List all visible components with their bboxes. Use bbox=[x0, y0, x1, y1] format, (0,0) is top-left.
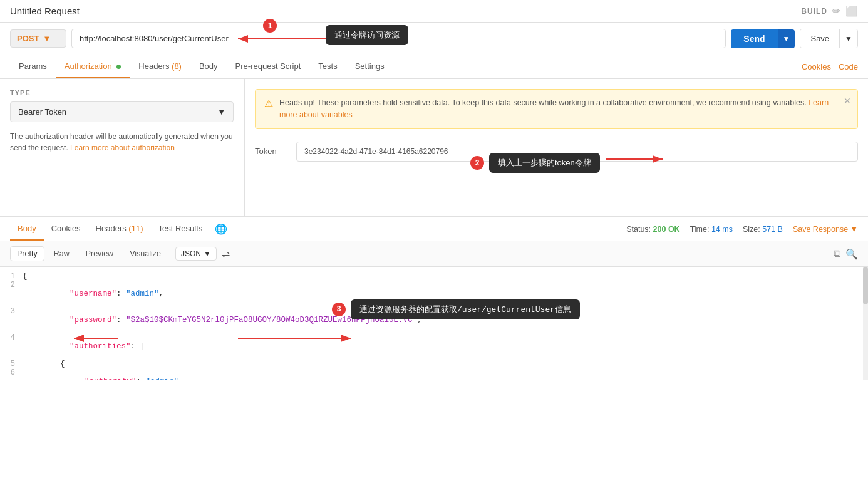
cookies-link[interactable]: Cookies bbox=[802, 62, 831, 71]
code-tab-raw[interactable]: Raw bbox=[47, 246, 76, 261]
tab-authorization[interactable]: Authorization bbox=[56, 55, 130, 78]
type-select-dropdown[interactable]: Bearer Token ▼ bbox=[10, 101, 234, 122]
code-link[interactable]: Code bbox=[839, 62, 858, 71]
url-input[interactable] bbox=[71, 29, 726, 48]
auth-active-dot bbox=[116, 65, 121, 69]
right-panel: ⚠ Heads up! These parameters hold sensit… bbox=[245, 79, 868, 216]
page-title: Untitled Request bbox=[10, 6, 80, 16]
save-button-group: Save ▼ bbox=[800, 29, 858, 48]
tabs-bar: Params Authorization Headers (8) Body Pr… bbox=[0, 55, 868, 79]
send-arrow-icon[interactable]: ▼ bbox=[778, 29, 795, 48]
search-code-button[interactable]: 🔍 bbox=[845, 248, 858, 260]
resp-tab-headers[interactable]: Headers (11) bbox=[88, 217, 151, 241]
time-value: 14 ms bbox=[711, 225, 733, 234]
tab-body[interactable]: Body bbox=[190, 55, 227, 78]
code-line-1: 1 { bbox=[0, 272, 868, 281]
save-button[interactable]: Save bbox=[800, 29, 839, 48]
size-label: Size: 571 B bbox=[743, 225, 783, 234]
method-select[interactable]: POST ▼ bbox=[10, 29, 66, 48]
code-line-4: 4 "authorities": [ bbox=[0, 333, 868, 360]
code-format-tabs: Pretty Raw Preview Visualize JSON ▼ ⇌ ⧉ … bbox=[0, 241, 868, 267]
type-chevron-icon: ▼ bbox=[217, 107, 225, 117]
code-line-6: 6 "authority": "admin" bbox=[0, 368, 868, 380]
code-tab-visualize[interactable]: Visualize bbox=[123, 246, 168, 261]
warning-box: ⚠ Heads up! These parameters hold sensit… bbox=[255, 89, 858, 129]
send-button[interactable]: Send bbox=[731, 29, 777, 48]
size-value: 571 B bbox=[762, 225, 783, 234]
tab-settings[interactable]: Settings bbox=[346, 55, 393, 78]
code-area: 1 { 2 "username": "admin", 3 "password":… bbox=[0, 267, 868, 380]
resp-tab-test-results[interactable]: Test Results bbox=[150, 217, 210, 241]
time-label: Time: 14 ms bbox=[690, 225, 733, 234]
pencil-icon[interactable]: ✏ bbox=[832, 5, 840, 17]
warning-text: Heads up! These parameters hold sensitiv… bbox=[279, 97, 849, 121]
left-panel: TYPE Bearer Token ▼ The authorization he… bbox=[0, 79, 244, 217]
resp-tab-body[interactable]: Body bbox=[10, 217, 44, 241]
code-tab-pretty[interactable]: Pretty bbox=[10, 246, 44, 261]
save-icon[interactable]: ⬜ bbox=[845, 5, 858, 17]
code-actions: ⧉ 🔍 bbox=[834, 248, 858, 260]
copy-code-button[interactable]: ⧉ bbox=[834, 248, 840, 260]
code-line-2: 2 "username": "admin", bbox=[0, 281, 868, 307]
scrollbar-thumb[interactable] bbox=[863, 267, 868, 304]
response-area: Body Cookies Headers (11) Test Results 🌐… bbox=[0, 217, 868, 380]
tabs-right: Cookies Code bbox=[802, 62, 858, 71]
resp-tab-cookies[interactable]: Cookies bbox=[44, 217, 88, 241]
format-select[interactable]: JSON ▼ bbox=[175, 247, 217, 261]
tab-pre-request[interactable]: Pre-request Script bbox=[227, 55, 310, 78]
learn-more-auth-link[interactable]: Learn more about authorization bbox=[70, 143, 175, 152]
format-value: JSON bbox=[181, 249, 201, 258]
top-bar-actions: BUILD ✏ ⬜ bbox=[801, 5, 858, 17]
wrap-icon[interactable]: ⇌ bbox=[222, 248, 230, 260]
auth-description: The authorization header will be automat… bbox=[10, 131, 234, 153]
token-label: Token bbox=[255, 147, 286, 156]
tab-headers[interactable]: Headers (8) bbox=[130, 55, 190, 78]
type-label: TYPE bbox=[10, 89, 234, 96]
warning-icon: ⚠ bbox=[264, 98, 273, 110]
status-label: Status: 200 OK bbox=[626, 225, 679, 234]
token-row: Token bbox=[255, 142, 858, 162]
tab-tests[interactable]: Tests bbox=[309, 55, 346, 78]
build-button[interactable]: BUILD bbox=[801, 7, 827, 16]
code-tab-preview[interactable]: Preview bbox=[79, 246, 120, 261]
scrollbar[interactable] bbox=[863, 267, 868, 380]
globe-icon: 🌐 bbox=[215, 223, 227, 235]
method-chevron-icon: ▼ bbox=[43, 34, 51, 43]
format-chevron-icon: ▼ bbox=[204, 249, 211, 258]
response-status: Status: 200 OK Time: 14 ms Size: 571 B S… bbox=[626, 225, 858, 234]
tab-params[interactable]: Params bbox=[10, 55, 56, 78]
save-arrow-icon[interactable]: ▼ bbox=[839, 29, 857, 48]
save-response-button[interactable]: Save Response ▼ bbox=[793, 225, 858, 234]
status-value: 200 OK bbox=[653, 225, 680, 234]
code-line-3: 3 "password": "$2a$10$CKmTeYG5N2rl0jPFaO… bbox=[0, 307, 868, 333]
token-input[interactable] bbox=[296, 142, 858, 162]
warning-close-button[interactable]: ✕ bbox=[844, 96, 851, 106]
code-line-5: 5 { bbox=[0, 360, 868, 368]
send-button-group: Send ▼ bbox=[731, 29, 795, 48]
type-value: Bearer Token bbox=[18, 107, 66, 117]
response-tabs: Body Cookies Headers (11) Test Results 🌐… bbox=[0, 217, 868, 241]
